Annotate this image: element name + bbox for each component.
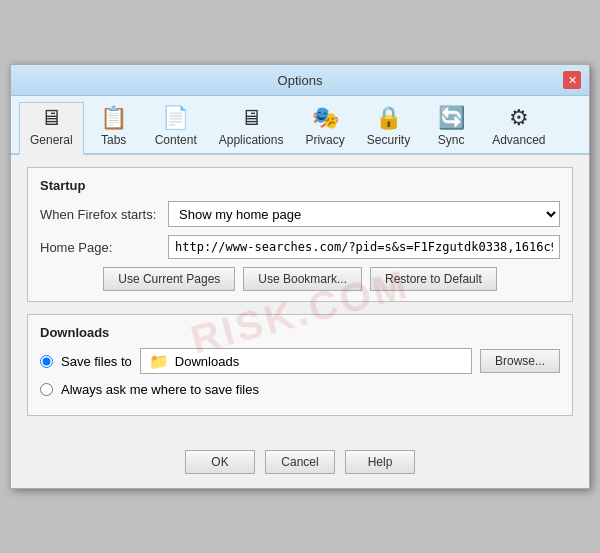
content-wrapper: Startup When Firefox starts: Show my hom… [11,155,589,440]
cancel-button[interactable]: Cancel [265,450,335,474]
tab-general[interactable]: 🖥 General [19,102,84,155]
download-path-text: Downloads [175,354,239,369]
tab-content[interactable]: 📄 Content [144,102,208,153]
advanced-icon: ⚙ [509,107,529,129]
use-bookmark-button[interactable]: Use Bookmark... [243,267,362,291]
tabs-icon: 📋 [100,107,127,129]
downloads-title: Downloads [40,325,560,340]
ask-where-label: Always ask me where to save files [61,382,259,397]
tab-privacy[interactable]: 🎭 Privacy [294,102,355,153]
save-files-radio[interactable] [40,355,53,368]
tab-advanced[interactable]: ⚙ Advanced [481,102,556,153]
downloads-section: Downloads Save files to 📁 Downloads Brow… [27,314,573,416]
tab-applications[interactable]: 🖥 Applications [208,102,295,153]
tab-sync[interactable]: 🔄 Sync [421,102,481,153]
startup-select[interactable]: Show my home page Show a blank page Show… [168,201,560,227]
save-files-row: Save files to 📁 Downloads Browse... [40,348,560,374]
startup-buttons: Use Current Pages Use Bookmark... Restor… [40,267,560,291]
toolbar: 🖥 General 📋 Tabs 📄 Content 🖥 Application… [11,96,589,155]
save-files-label: Save files to [61,354,132,369]
ask-where-row: Always ask me where to save files [40,382,560,397]
title-bar: Options ✕ [11,65,589,96]
close-button[interactable]: ✕ [563,71,581,89]
homepage-label: Home Page: [40,240,160,255]
tab-applications-label: Applications [219,133,284,147]
tab-content-label: Content [155,133,197,147]
tab-security[interactable]: 🔒 Security [356,102,421,153]
startup-label: When Firefox starts: [40,207,160,222]
ok-button[interactable]: OK [185,450,255,474]
footer: OK Cancel Help [11,440,589,488]
startup-title: Startup [40,178,560,193]
main-content: Startup When Firefox starts: Show my hom… [11,155,589,440]
homepage-row: Home Page: [40,235,560,259]
applications-icon: 🖥 [240,107,262,129]
startup-row: When Firefox starts: Show my home page S… [40,201,560,227]
general-icon: 🖥 [40,107,62,129]
tab-tabs-label: Tabs [101,133,126,147]
tab-tabs[interactable]: 📋 Tabs [84,102,144,153]
help-button[interactable]: Help [345,450,415,474]
folder-icon: 📁 [149,352,169,371]
tab-sync-label: Sync [438,133,465,147]
restore-default-button[interactable]: Restore to Default [370,267,497,291]
ask-where-radio[interactable] [40,383,53,396]
tab-general-label: General [30,133,73,147]
window-title: Options [37,73,563,88]
tab-privacy-label: Privacy [305,133,344,147]
download-path-box: 📁 Downloads [140,348,472,374]
sync-icon: 🔄 [438,107,465,129]
homepage-input[interactable] [168,235,560,259]
security-icon: 🔒 [375,107,402,129]
content-icon: 📄 [162,107,189,129]
privacy-icon: 🎭 [312,107,339,129]
browse-button[interactable]: Browse... [480,349,560,373]
tab-security-label: Security [367,133,410,147]
tab-advanced-label: Advanced [492,133,545,147]
options-window: Options ✕ 🖥 General 📋 Tabs 📄 Content 🖥 A… [10,64,590,489]
startup-section: Startup When Firefox starts: Show my hom… [27,167,573,302]
use-current-pages-button[interactable]: Use Current Pages [103,267,235,291]
